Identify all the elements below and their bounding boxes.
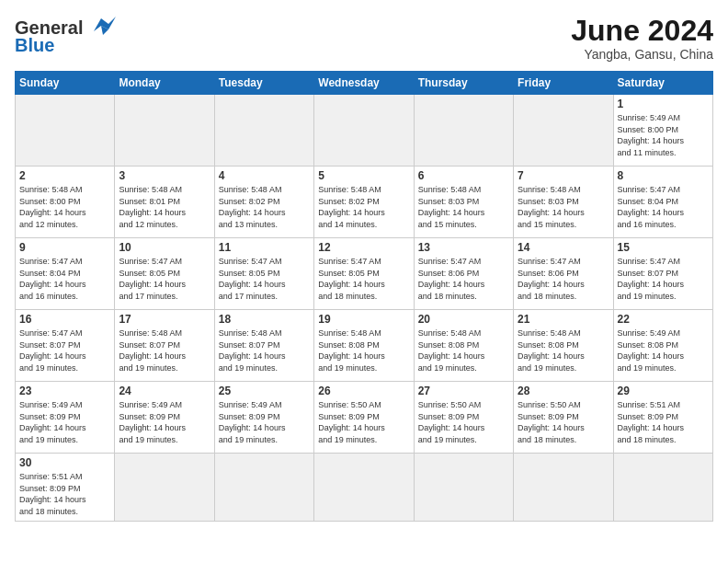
calendar-header-wednesday: Wednesday [314,72,414,95]
calendar-day-cell: 24Sunrise: 5:49 AM Sunset: 8:09 PM Dayli… [115,382,214,454]
calendar-day-cell [514,454,613,521]
calendar-day-cell: 14Sunrise: 5:47 AM Sunset: 8:06 PM Dayli… [514,238,613,310]
day-info: Sunrise: 5:50 AM Sunset: 8:09 PM Dayligh… [418,399,509,445]
calendar-day-cell: 28Sunrise: 5:50 AM Sunset: 8:09 PM Dayli… [514,382,613,454]
day-info: Sunrise: 5:47 AM Sunset: 8:06 PM Dayligh… [518,256,609,302]
day-number: 10 [119,241,210,254]
day-number: 12 [318,241,409,254]
calendar-week-row: 1Sunrise: 5:49 AM Sunset: 8:00 PM Daylig… [16,95,713,167]
subtitle: Yangba, Gansu, China [571,47,713,62]
day-info: Sunrise: 5:48 AM Sunset: 8:03 PM Dayligh… [418,184,509,230]
calendar-day-cell: 18Sunrise: 5:48 AM Sunset: 8:07 PM Dayli… [214,310,313,382]
calendar-day-cell [314,454,414,521]
day-number: 11 [219,241,310,254]
calendar-day-cell [514,95,613,167]
day-number: 30 [19,456,110,469]
calendar-header-monday: Monday [115,72,214,95]
calendar-day-cell: 11Sunrise: 5:47 AM Sunset: 8:05 PM Dayli… [214,238,313,310]
calendar-day-cell: 27Sunrise: 5:50 AM Sunset: 8:09 PM Dayli… [414,382,513,454]
day-info: Sunrise: 5:48 AM Sunset: 8:03 PM Dayligh… [518,184,609,230]
day-number: 14 [518,241,609,254]
calendar-header-thursday: Thursday [414,72,513,95]
calendar-day-cell: 30Sunrise: 5:51 AM Sunset: 8:09 PM Dayli… [16,454,115,521]
calendar: SundayMondayTuesdayWednesdayThursdayFrid… [15,71,713,521]
day-info: Sunrise: 5:48 AM Sunset: 8:02 PM Dayligh… [318,184,409,230]
day-number: 4 [219,169,310,182]
header: General Blue June 2024 Yangba, Gansu, Ch… [15,15,713,62]
day-info: Sunrise: 5:49 AM Sunset: 8:09 PM Dayligh… [19,399,110,445]
calendar-header-friday: Friday [514,72,613,95]
day-number: 1 [618,98,709,110]
calendar-week-row: 30Sunrise: 5:51 AM Sunset: 8:09 PM Dayli… [16,454,713,521]
day-info: Sunrise: 5:47 AM Sunset: 8:07 PM Dayligh… [19,327,110,373]
day-info: Sunrise: 5:51 AM Sunset: 8:09 PM Dayligh… [618,399,709,445]
day-number: 7 [518,169,609,182]
calendar-week-row: 9Sunrise: 5:47 AM Sunset: 8:04 PM Daylig… [16,238,713,310]
calendar-day-cell: 23Sunrise: 5:49 AM Sunset: 8:09 PM Dayli… [16,382,115,454]
day-info: Sunrise: 5:48 AM Sunset: 8:08 PM Dayligh… [518,327,609,373]
day-number: 6 [418,169,509,182]
calendar-day-cell [613,454,712,521]
calendar-day-cell [314,95,414,167]
day-number: 5 [318,169,409,182]
month-title: June 2024 [571,15,713,47]
day-number: 23 [19,385,110,397]
calendar-day-cell: 8Sunrise: 5:47 AM Sunset: 8:04 PM Daylig… [613,167,712,238]
calendar-day-cell: 29Sunrise: 5:51 AM Sunset: 8:09 PM Dayli… [613,382,712,454]
calendar-day-cell: 2Sunrise: 5:48 AM Sunset: 8:00 PM Daylig… [16,167,115,238]
day-info: Sunrise: 5:49 AM Sunset: 8:09 PM Dayligh… [119,399,210,445]
calendar-day-cell: 10Sunrise: 5:47 AM Sunset: 8:05 PM Dayli… [115,238,214,310]
day-number: 8 [618,169,709,182]
calendar-day-cell: 4Sunrise: 5:48 AM Sunset: 8:02 PM Daylig… [214,167,313,238]
day-number: 21 [518,313,609,326]
calendar-day-cell [115,95,214,167]
calendar-day-cell [414,95,513,167]
calendar-day-cell: 1Sunrise: 5:49 AM Sunset: 8:00 PM Daylig… [613,95,712,167]
calendar-day-cell: 9Sunrise: 5:47 AM Sunset: 8:04 PM Daylig… [16,238,115,310]
day-info: Sunrise: 5:47 AM Sunset: 8:05 PM Dayligh… [318,256,409,302]
day-number: 17 [119,313,210,326]
logo-blue: Blue [15,35,54,56]
calendar-week-row: 16Sunrise: 5:47 AM Sunset: 8:07 PM Dayli… [16,310,713,382]
calendar-header-tuesday: Tuesday [214,72,313,95]
calendar-day-cell: 13Sunrise: 5:47 AM Sunset: 8:06 PM Dayli… [414,238,513,310]
day-number: 24 [119,385,210,397]
day-info: Sunrise: 5:48 AM Sunset: 8:08 PM Dayligh… [418,327,509,373]
day-number: 29 [618,385,709,397]
calendar-day-cell [115,454,214,521]
calendar-day-cell [16,95,115,167]
day-number: 2 [19,169,110,182]
title-block: June 2024 Yangba, Gansu, China [571,15,713,62]
calendar-day-cell [214,95,313,167]
day-info: Sunrise: 5:47 AM Sunset: 8:05 PM Dayligh… [119,256,210,302]
logo: General Blue [15,15,116,56]
day-info: Sunrise: 5:48 AM Sunset: 8:08 PM Dayligh… [318,327,409,373]
day-number: 25 [219,385,310,397]
day-number: 18 [219,313,310,326]
day-number: 20 [418,313,509,326]
calendar-day-cell: 3Sunrise: 5:48 AM Sunset: 8:01 PM Daylig… [115,167,214,238]
day-info: Sunrise: 5:50 AM Sunset: 8:09 PM Dayligh… [318,399,409,445]
calendar-day-cell: 7Sunrise: 5:48 AM Sunset: 8:03 PM Daylig… [514,167,613,238]
day-info: Sunrise: 5:47 AM Sunset: 8:06 PM Dayligh… [418,256,509,302]
calendar-day-cell: 19Sunrise: 5:48 AM Sunset: 8:08 PM Dayli… [314,310,414,382]
day-number: 9 [19,241,110,254]
calendar-week-row: 2Sunrise: 5:48 AM Sunset: 8:00 PM Daylig… [16,167,713,238]
calendar-day-cell: 26Sunrise: 5:50 AM Sunset: 8:09 PM Dayli… [314,382,414,454]
logo-bird-icon [86,15,116,40]
calendar-day-cell: 22Sunrise: 5:49 AM Sunset: 8:08 PM Dayli… [613,310,712,382]
day-info: Sunrise: 5:48 AM Sunset: 8:02 PM Dayligh… [219,184,310,230]
calendar-day-cell [214,454,313,521]
day-info: Sunrise: 5:48 AM Sunset: 8:01 PM Dayligh… [119,184,210,230]
calendar-day-cell: 20Sunrise: 5:48 AM Sunset: 8:08 PM Dayli… [414,310,513,382]
day-number: 28 [518,385,609,397]
day-info: Sunrise: 5:47 AM Sunset: 8:07 PM Dayligh… [618,256,709,302]
day-info: Sunrise: 5:50 AM Sunset: 8:09 PM Dayligh… [518,399,609,445]
day-info: Sunrise: 5:48 AM Sunset: 8:07 PM Dayligh… [119,327,210,373]
calendar-day-cell: 25Sunrise: 5:49 AM Sunset: 8:09 PM Dayli… [214,382,313,454]
day-info: Sunrise: 5:48 AM Sunset: 8:07 PM Dayligh… [219,327,310,373]
calendar-day-cell: 17Sunrise: 5:48 AM Sunset: 8:07 PM Dayli… [115,310,214,382]
day-info: Sunrise: 5:48 AM Sunset: 8:00 PM Dayligh… [19,184,110,230]
day-info: Sunrise: 5:47 AM Sunset: 8:04 PM Dayligh… [618,184,709,230]
calendar-header-sunday: Sunday [16,72,115,95]
